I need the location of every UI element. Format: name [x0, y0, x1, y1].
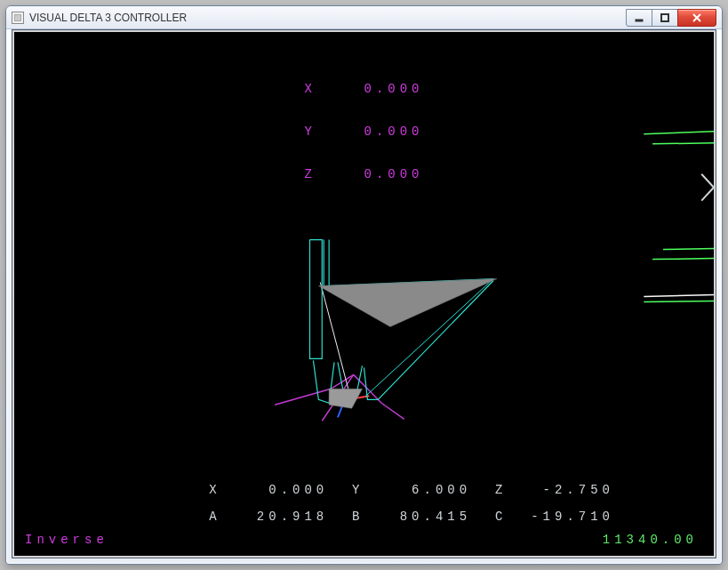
b2-b-label: B	[352, 510, 364, 524]
svg-rect-1	[661, 14, 668, 21]
maximize-button[interactable]	[652, 9, 678, 27]
close-button[interactable]	[677, 9, 716, 27]
b2-c-label: C	[495, 510, 507, 524]
top-z-value: 0.000	[364, 167, 424, 181]
viewport[interactable]: X 0.000 Y 0.000 Z 0.000 X 0.000 Y 6.000 …	[14, 32, 714, 556]
frame-counter: 11340.00	[603, 533, 698, 547]
mode-label: Inverse	[25, 533, 108, 547]
b2-a-label: A	[209, 510, 220, 524]
top-y-value: 0.000	[364, 124, 424, 139]
top-x-value: 0.000	[364, 82, 424, 96]
caption-buttons	[627, 9, 716, 27]
svg-rect-0	[636, 20, 643, 21]
top-xyz-readout: X 0.000 Y 0.000 Z 0.000	[14, 53, 714, 210]
b2-b-value: 80.415	[400, 510, 471, 524]
app-icon	[12, 12, 24, 24]
window-title: VISUAL DELTA 3 CONTROLLER	[29, 12, 627, 24]
top-z-label: Z	[304, 167, 316, 181]
minimize-button[interactable]	[626, 9, 652, 27]
app-window: VISUAL DELTA 3 CONTROLLER	[5, 5, 723, 565]
b2-a-value: 20.918	[257, 510, 328, 524]
top-x-label: X	[304, 82, 316, 96]
svg-marker-7	[318, 279, 497, 327]
top-y-label: Y	[304, 124, 316, 139]
bottom-abc-readout: A 20.918 B 80.415 C -19.710	[14, 495, 714, 538]
b2-c-value: -19.710	[531, 510, 614, 524]
titlebar[interactable]: VISUAL DELTA 3 CONTROLLER	[6, 6, 722, 29]
client-area: X 0.000 Y 0.000 Z 0.000 X 0.000 Y 6.000 …	[12, 29, 716, 558]
